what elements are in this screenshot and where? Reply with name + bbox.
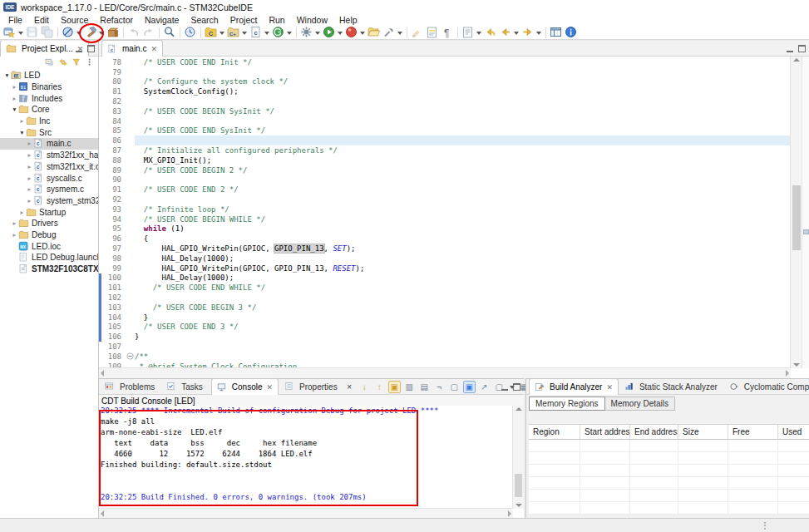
line-number[interactable]: 108 [101, 352, 125, 361]
expand-arrow-icon[interactable]: ▾ [18, 129, 26, 136]
expand-arrow-icon[interactable]: ▾ [11, 106, 18, 113]
tree-item-debug[interactable]: ▸Debug [0, 229, 98, 241]
line-number[interactable]: 93 [101, 205, 125, 214]
tree-item-syscalls-c[interactable]: ▸csyscalls.c [0, 172, 98, 184]
run-button[interactable] [322, 26, 344, 39]
clear-console-icon[interactable]: × [343, 381, 356, 393]
close-icon[interactable]: ✕ [150, 45, 157, 53]
column-header-region[interactable]: Region [529, 425, 580, 439]
line-number[interactable]: 85 [101, 126, 125, 135]
line-number[interactable]: 97 [101, 244, 125, 253]
code-text[interactable]: SystemClock_Config(); [135, 86, 791, 96]
tab-cyclomatic-complexity[interactable]: Cyclomatic Complexity [723, 378, 809, 394]
code-text[interactable]: /* USER CODE END WHILE */ [135, 283, 791, 293]
minimize-icon[interactable] [501, 382, 508, 391]
link-with-editor-icon[interactable] [58, 57, 68, 67]
build-all-button[interactable] [106, 26, 121, 39]
code-text[interactable]: HAL_GPIO_WritePin(GPIOC, GPIO_PIN_13, SE… [135, 244, 791, 254]
code-text[interactable]: /* USER CODE END 3 */ [135, 323, 791, 332]
code-generation-button[interactable] [271, 26, 294, 39]
open-perspective-button[interactable] [549, 26, 564, 39]
new-button[interactable] [2, 26, 25, 39]
expand-arrow-icon[interactable]: ▸ [11, 95, 18, 102]
column-header-size[interactable]: Size [678, 425, 728, 439]
line-number[interactable]: 102 [101, 293, 125, 302]
expand-arrow-icon[interactable]: ▸ [26, 185, 33, 193]
menu-search[interactable]: Search [185, 14, 224, 26]
tree-item-main-c[interactable]: ▸cmain.c [0, 138, 98, 150]
line-number[interactable]: 89 [101, 166, 125, 175]
menu-edit[interactable]: Edit [28, 14, 55, 26]
line-number[interactable]: 86 [101, 136, 125, 145]
new-c-project-button[interactable]: C [204, 26, 226, 39]
pin-console-icon[interactable]: ▥ [403, 381, 416, 393]
view-menu-icon[interactable] [85, 57, 95, 67]
menu-window[interactable]: Window [291, 14, 333, 26]
line-number[interactable]: 103 [101, 303, 125, 312]
show-on-output-icon[interactable]: ▣ [388, 381, 401, 393]
tree-item-inc[interactable]: ▸Inc [0, 116, 98, 127]
tab-main-c[interactable]: c main.c ✕ [101, 40, 163, 57]
code-text[interactable]: MX_GPIO_Init(); [135, 155, 791, 165]
code-text[interactable]: } [135, 332, 791, 342]
line-number[interactable]: 88 [101, 156, 125, 165]
code-text[interactable] [135, 175, 791, 185]
build-button[interactable] [83, 26, 106, 39]
scrollbar-thumb[interactable] [515, 474, 522, 497]
dropdown-arrow-icon[interactable] [76, 32, 81, 37]
line-number[interactable]: 101 [101, 283, 125, 292]
code-editor-area[interactable]: 78 /* USER CODE END Init */7980 /* Confi… [99, 57, 791, 368]
tree-item-led-debug-launch[interactable]: LED Debug.launch [0, 252, 98, 264]
scroll-lock-icon[interactable]: ▤ [418, 381, 431, 393]
minimize-icon[interactable] [787, 44, 793, 52]
skip-all-breakpoints-button[interactable] [61, 26, 83, 39]
code-text[interactable]: /* USER CODE BEGIN 2 */ [135, 165, 791, 175]
new-cpp-project-button[interactable]: C+ [226, 26, 249, 39]
dropdown-arrow-icon[interactable] [514, 32, 519, 37]
back-button[interactable] [498, 26, 520, 39]
maximize-icon[interactable] [513, 383, 520, 391]
menu-run[interactable]: Run [263, 14, 290, 26]
open-element-button[interactable] [183, 26, 198, 39]
dropdown-arrow-icon[interactable] [99, 32, 104, 37]
search-button[interactable] [162, 26, 177, 39]
last-edit-location-button[interactable] [483, 26, 498, 39]
undo-button[interactable] [126, 26, 141, 39]
console-output[interactable]: 20:32:25 **** Incremental Build of confi… [99, 406, 513, 509]
code-text[interactable]: while (1) [135, 224, 791, 234]
line-number[interactable]: 95 [101, 224, 125, 233]
code-text[interactable]: } [135, 313, 791, 323]
pencil-button[interactable] [410, 26, 425, 39]
subtab-memory-details[interactable]: Memory Details [604, 397, 675, 411]
line-number[interactable]: 96 [101, 234, 125, 243]
expand-arrow-icon[interactable]: ▸ [26, 140, 33, 147]
dropdown-arrow-icon[interactable] [397, 32, 402, 37]
tree-item-startup[interactable]: ▸Startup [0, 206, 98, 218]
tree-item-includes[interactable]: ▸Includes [0, 92, 98, 104]
build-settings-button[interactable] [382, 26, 404, 39]
dropdown-arrow-icon[interactable] [315, 32, 320, 37]
code-text[interactable]: HAL_GPIO_WritePin(GPIOC, GPIO_PIN_13, RE… [135, 264, 791, 273]
line-number[interactable]: 80 [101, 77, 125, 86]
open-log-icon[interactable]: ↗ [478, 381, 491, 393]
code-text[interactable]: HAL_Delay(1000); [135, 254, 791, 264]
line-number[interactable]: 104 [101, 313, 125, 322]
code-text[interactable]: /* USER CODE BEGIN SysInit */ [135, 106, 791, 116]
tree-item-stm32f1xx-it-c[interactable]: ▸cstm32f1xx_it.c [0, 161, 98, 173]
line-number[interactable]: 106 [101, 332, 125, 341]
editor-vertical-scrollbar[interactable] [790, 57, 802, 368]
tab-tasks[interactable]: Tasks [160, 378, 209, 394]
dropdown-arrow-icon[interactable] [264, 32, 269, 37]
code-text[interactable] [135, 342, 791, 352]
code-text[interactable]: { [135, 234, 791, 244]
menu-source[interactable]: Source [55, 14, 94, 26]
column-header-free[interactable]: Free [728, 425, 778, 439]
editor-horizontal-scrollbar[interactable] [99, 367, 791, 378]
code-text[interactable]: /* USER CODE BEGIN WHILE */ [135, 214, 791, 224]
dropdown-arrow-icon[interactable] [18, 32, 23, 37]
code-text[interactable] [135, 116, 791, 126]
word-wrap-icon[interactable]: ¬ [433, 381, 446, 393]
tree-item-system-stm32f1[interactable]: ▸csystem_stm32f1 [0, 195, 98, 207]
expand-arrow-icon[interactable]: ▸ [11, 231, 18, 239]
expand-arrow-icon[interactable]: ▸ [18, 117, 26, 125]
